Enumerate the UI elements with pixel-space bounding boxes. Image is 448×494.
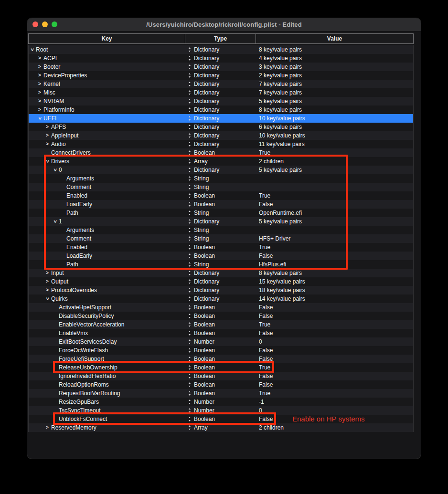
type-cell[interactable]: Number (185, 399, 256, 405)
disclosure-triangle-icon[interactable]: > (45, 287, 50, 294)
table-row[interactable]: >RootDictionary8 key/value pairs (29, 45, 413, 54)
type-cell[interactable]: Boolean (185, 364, 256, 371)
close-button[interactable] (32, 21, 38, 27)
table-row[interactable]: >1Dictionary5 key/value pairs (29, 217, 413, 226)
type-cell[interactable]: Boolean (185, 149, 256, 156)
value-cell[interactable]: False (256, 416, 413, 422)
disclosure-triangle-icon[interactable]: > (45, 141, 50, 147)
value-cell[interactable]: 10 key/value pairs (256, 115, 413, 122)
type-cell[interactable]: Boolean (185, 201, 256, 208)
type-cell[interactable]: Array (185, 424, 256, 431)
zoom-button[interactable] (52, 21, 57, 27)
type-cell[interactable]: Dictionary (185, 72, 256, 79)
table-row[interactable]: ArgumentsString (29, 174, 413, 183)
disclosure-triangle-icon[interactable]: > (37, 55, 42, 62)
value-cell[interactable]: 10 key/value pairs (256, 132, 413, 139)
disclosure-triangle-icon[interactable]: > (37, 106, 42, 113)
disclosure-triangle-icon[interactable]: > (44, 296, 51, 301)
disclosure-triangle-icon[interactable]: > (52, 168, 58, 172)
type-cell[interactable]: Dictionary (185, 46, 256, 53)
title-bar[interactable]: /Users/yuichiro/Desktop/rickroll/config.… (27, 18, 421, 32)
value-cell[interactable]: 15 key/value pairs (256, 278, 413, 285)
value-cell[interactable]: 5 key/value pairs (256, 218, 413, 225)
disclosure-triangle-icon[interactable]: > (37, 89, 42, 96)
table-row[interactable]: PathStringHfsPlus.efi (29, 260, 413, 269)
disclosure-triangle-icon[interactable]: > (45, 278, 50, 285)
disclosure-triangle-icon[interactable]: > (36, 116, 43, 121)
table-row[interactable]: PathStringOpenRuntime.efi (29, 209, 413, 217)
type-cell[interactable]: Dictionary (185, 98, 256, 105)
type-cell[interactable]: Dictionary (185, 167, 256, 173)
type-cell[interactable]: Array (185, 158, 256, 165)
value-cell[interactable]: 5 key/value pairs (256, 167, 413, 173)
type-cell[interactable]: Dictionary (185, 106, 256, 113)
table-row[interactable]: ArgumentsString (29, 226, 413, 234)
table-row[interactable]: >ReservedMemoryArray2 children (29, 423, 413, 432)
table-row[interactable]: LoadEarlyBooleanFalse (29, 252, 413, 260)
disclosure-triangle-icon[interactable]: > (37, 72, 42, 79)
disclosure-triangle-icon[interactable]: > (45, 124, 50, 130)
value-cell[interactable]: 8 key/value pairs (256, 46, 413, 53)
table-row[interactable]: IgnoreInvalidFlexRatioBooleanFalse (29, 372, 413, 380)
type-cell[interactable]: Boolean (185, 321, 256, 328)
value-cell[interactable]: False (256, 252, 413, 259)
table-row[interactable]: ActivateHpetSupportBooleanFalse (29, 303, 413, 312)
type-cell[interactable]: Dictionary (185, 287, 256, 294)
value-cell[interactable]: True (256, 390, 413, 397)
table-row[interactable]: >ACPIDictionary4 key/value pairs (29, 54, 413, 63)
type-cell[interactable]: Boolean (185, 381, 256, 388)
value-cell[interactable]: True (256, 244, 413, 251)
type-cell[interactable]: Dictionary (185, 63, 256, 70)
type-cell[interactable]: String (185, 227, 256, 233)
value-cell[interactable]: 14 key/value pairs (256, 295, 413, 302)
table-row[interactable]: EnabledBooleanTrue (29, 243, 413, 252)
value-cell[interactable]: False (256, 347, 413, 354)
value-cell[interactable]: False (256, 330, 413, 336)
type-cell[interactable]: Dictionary (185, 278, 256, 285)
type-cell[interactable]: Dictionary (185, 295, 256, 302)
disclosure-triangle-icon[interactable]: > (29, 47, 35, 52)
value-cell[interactable]: -1 (256, 399, 413, 405)
type-cell[interactable]: Boolean (185, 330, 256, 336)
type-cell[interactable]: Dictionary (185, 55, 256, 62)
type-cell[interactable]: Boolean (185, 313, 256, 319)
type-cell[interactable]: Dictionary (185, 81, 256, 87)
table-row[interactable]: ConnectDriversBooleanTrue (29, 148, 413, 157)
table-row[interactable]: CommentString (29, 183, 413, 191)
table-row[interactable]: >OutputDictionary15 key/value pairs (29, 277, 413, 286)
table-row[interactable]: EnabledBooleanTrue (29, 191, 413, 200)
table-row[interactable]: >BooterDictionary3 key/value pairs (29, 63, 413, 71)
table-row[interactable]: RequestBootVarRoutingBooleanTrue (29, 389, 413, 398)
type-cell[interactable]: Dictionary (185, 124, 256, 130)
type-cell[interactable]: Boolean (185, 373, 256, 379)
type-cell[interactable]: Dictionary (185, 132, 256, 139)
value-cell[interactable]: 11 key/value pairs (256, 141, 413, 147)
value-cell[interactable]: False (256, 201, 413, 208)
value-cell[interactable]: 3 key/value pairs (256, 63, 413, 70)
table-row[interactable]: >AudioDictionary11 key/value pairs (29, 140, 413, 148)
type-cell[interactable]: Boolean (185, 416, 256, 422)
value-cell[interactable]: 2 children (256, 424, 413, 431)
value-cell[interactable]: 0 (256, 338, 413, 345)
disclosure-triangle-icon[interactable]: > (45, 270, 50, 276)
table-row[interactable]: >DriversArray2 children (29, 157, 413, 166)
disclosure-triangle-icon[interactable]: > (44, 159, 51, 164)
value-cell[interactable]: 7 key/value pairs (256, 81, 413, 87)
table-row[interactable]: ResizeGpuBarsNumber-1 (29, 398, 413, 406)
type-cell[interactable]: String (185, 235, 256, 242)
table-row[interactable]: >MiscDictionary7 key/value pairs (29, 88, 413, 97)
type-cell[interactable]: Boolean (185, 252, 256, 259)
value-cell[interactable]: False (256, 356, 413, 362)
disclosure-triangle-icon[interactable]: > (52, 219, 58, 224)
table-row[interactable]: >ProtocolOverridesDictionary18 key/value… (29, 286, 413, 294)
value-cell[interactable]: HfsPlus.efi (256, 261, 413, 268)
value-cell[interactable]: 5 key/value pairs (256, 98, 413, 105)
type-cell[interactable]: String (185, 210, 256, 216)
value-cell[interactable]: 2 children (256, 158, 413, 165)
value-cell[interactable]: False (256, 313, 413, 319)
table-row[interactable]: >APFSDictionary6 key/value pairs (29, 123, 413, 131)
type-cell[interactable]: Dictionary (185, 218, 256, 225)
value-cell[interactable]: 0 (256, 407, 413, 414)
type-cell[interactable]: Boolean (185, 356, 256, 362)
table-row[interactable]: LoadEarlyBooleanFalse (29, 200, 413, 209)
